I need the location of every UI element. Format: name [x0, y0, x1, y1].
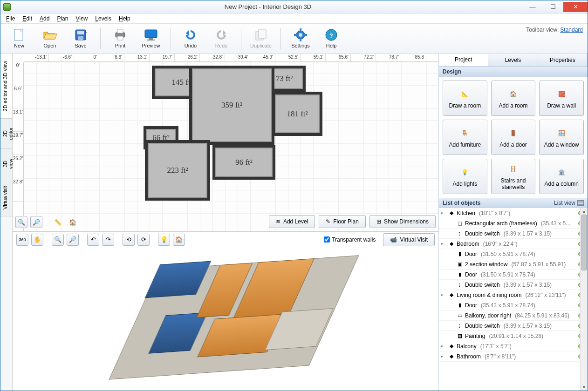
object-dimensions: (84.25 x 5.91 x 83.46) — [515, 312, 569, 319]
add-lights-button[interactable]: 💡Add lights — [443, 159, 487, 194]
help-button[interactable]: ?Help — [317, 25, 345, 52]
object-dimensions: (17'3" x 5'7") — [480, 343, 512, 350]
menu-plan[interactable]: Plan — [54, 14, 71, 23]
object-item[interactable]: ⫶Double switch(3.39 x 1.57 x 3.15) — [439, 321, 588, 331]
scrollbar[interactable]: ▲▼ — [580, 208, 588, 391]
draw-room-button[interactable]: 📐Draw a room — [443, 81, 487, 116]
floorplan-canvas[interactable]: 145 ft² 73 ft² 359 ft² 181 ft² 66 ft² 22… — [24, 62, 438, 231]
object-dimensions: (26'12" x 23'11") — [525, 292, 566, 298]
ruler-tick: 0' — [13, 62, 23, 85]
object-name: Door — [465, 302, 477, 309]
ruler-tick: -6.6' — [49, 54, 74, 61]
zoom-out-button[interactable]: 🔍 — [15, 216, 27, 228]
room-96[interactable]: 96 ft² — [212, 145, 275, 180]
save-button[interactable]: ▾Save — [67, 25, 95, 52]
menu-view[interactable]: View — [73, 14, 90, 23]
ruler-tick: 59.1' — [301, 54, 326, 61]
maximize-button[interactable]: ☐ — [543, 2, 563, 12]
object-dimensions: (3.39 x 1.57 x 3.15) — [504, 230, 552, 237]
menu-file[interactable]: File — [3, 14, 18, 23]
object-item[interactable]: ⎕Rectangular arch (frameless)(35.43 x 5.… — [439, 218, 588, 229]
door-icon: ▮ — [457, 251, 463, 257]
zoom-in-button[interactable]: 🔎 — [30, 216, 42, 228]
object-item[interactable]: ⫶Double switch(3.39 x 1.57 x 3.15) — [439, 280, 588, 290]
room-359[interactable]: 359 ft² — [189, 66, 274, 145]
home-icon[interactable]: 🏠 — [67, 216, 79, 228]
monitor-icon — [144, 28, 158, 41]
object-group[interactable]: ▾◆Kitchen(18'1" x 8'7") — [439, 208, 588, 218]
minimize-button[interactable]: — — [522, 2, 543, 12]
close-button[interactable]: ✕ — [563, 2, 588, 12]
ruler-icon[interactable]: 📏 — [52, 216, 64, 228]
object-item[interactable]: ▮Door(31.50 x 5.91 x 78.74) — [439, 270, 588, 280]
object-item[interactable]: 🖼Painting(20.91 x 1.14 x 15.28) — [439, 331, 588, 341]
rotate-left-button[interactable]: ↶ — [87, 234, 99, 246]
object-group[interactable]: ▾◆Bedroom(16'9" x 22'4") — [439, 239, 588, 249]
object-group[interactable]: ▾◆Balcony(17'3" x 5'7") — [439, 341, 588, 351]
svg-rect-7 — [145, 30, 157, 38]
tab-project[interactable]: Project — [439, 54, 488, 66]
new-button[interactable]: New — [5, 25, 33, 52]
zoom-in-3d-button[interactable]: 🔎 — [67, 234, 79, 246]
tab-levels[interactable]: Levels — [488, 54, 538, 66]
settings-button[interactable]: Settings — [287, 25, 315, 52]
stairs-icon: 🪜 — [506, 162, 520, 175]
menu-help[interactable]: Help — [116, 14, 133, 23]
add-furniture-button[interactable]: 🪑Add furniture — [443, 120, 487, 155]
zoom-out-3d-button[interactable]: 🔍 — [52, 234, 64, 246]
object-item[interactable]: ▮Door(35.43 x 5.91 x 78.74) — [439, 300, 588, 310]
door-icon: 🚪 — [506, 127, 520, 140]
ruler-tick: 26.2' — [13, 155, 23, 178]
duplicate-button[interactable]: Duplicate — [247, 25, 275, 52]
editor-3d[interactable]: 360 ✋ 🔍 🔎 ↶ ↷ ⟲ ⟳ 💡 🏠 Transparent walls … — [13, 231, 438, 391]
tab-2d-3d[interactable]: 2D editor and 3D view — [0, 54, 12, 119]
rotate360-button[interactable]: 360 — [16, 234, 28, 246]
rotate-right-button[interactable]: ↷ — [102, 234, 114, 246]
svg-rect-11 — [259, 30, 266, 38]
add-door-button[interactable]: 🚪Add a door — [491, 120, 536, 155]
menu-add[interactable]: Add — [37, 14, 52, 23]
svg-rect-14 — [300, 28, 301, 31]
ruler-tick: 85.3 — [401, 54, 426, 61]
object-item[interactable]: ▮Door(31.50 x 5.91 x 78.74) — [439, 249, 588, 259]
list-view-icon — [577, 200, 584, 206]
add-level-button[interactable]: ≋Add Level — [269, 215, 315, 228]
pan-button[interactable]: ✋ — [31, 234, 43, 246]
toolbar-view-mode[interactable]: Standard — [560, 27, 583, 33]
object-item[interactable]: ▣2 section window(57.87 x 5.91 x 55.91) — [439, 259, 588, 270]
object-name: Bathroom — [457, 353, 481, 360]
editor-2d[interactable]: -13.1'-6.6'0'6.6'13.1'19.7'26.2'32.8'39.… — [13, 54, 438, 231]
print-icon — [113, 28, 127, 41]
draw-wall-button[interactable]: 🧱Draw a wall — [539, 81, 584, 116]
virtual-visit-button[interactable]: 📹Virtual Visit — [383, 233, 435, 246]
floor-plan-button[interactable]: ✎Floor Plan — [319, 215, 366, 228]
redo-button[interactable]: Redo — [207, 25, 235, 52]
object-list[interactable]: ▾◆Kitchen(18'1" x 8'7")⎕Rectangular arch… — [439, 208, 588, 391]
tab-3d-view[interactable]: 3D view — [0, 149, 12, 179]
print-button[interactable]: Print — [106, 25, 134, 52]
menu-levels[interactable]: Levels — [92, 14, 114, 23]
tab-2d-editor[interactable]: 2D editor — [0, 119, 12, 149]
tilt-up-button[interactable]: ⟲ — [123, 234, 135, 246]
stairs-button[interactable]: 🪜Stairs and stairwells — [491, 159, 536, 194]
show-dimensions-button[interactable]: ⊞Show Dimensions — [369, 215, 436, 228]
tab-virtual-visit[interactable]: Virtua visit — [0, 179, 12, 216]
preview-button[interactable]: Preview — [137, 25, 165, 52]
room-223[interactable]: 223 ft² — [145, 140, 210, 201]
add-column-button[interactable]: 🏛️Add a column — [539, 159, 584, 194]
object-item[interactable]: ⫶Double switch(3.39 x 1.57 x 3.15) — [439, 229, 588, 239]
ruler-tick: 13.1' — [13, 108, 23, 132]
menu-edit[interactable]: Edit — [20, 14, 35, 23]
svg-rect-15 — [300, 39, 301, 41]
add-window-button[interactable]: 🪟Add a window — [539, 120, 584, 155]
object-group[interactable]: ▾◆Living room & dining room(26'12" x 23'… — [439, 290, 588, 300]
object-item[interactable]: ▭Balkony, door right(84.25 x 5.91 x 83.4… — [439, 310, 588, 321]
undo-button[interactable]: Undo — [177, 25, 205, 52]
tab-properties[interactable]: Properties — [538, 54, 588, 66]
room-181[interactable]: 181 ft² — [272, 92, 322, 136]
open-button[interactable]: Open — [36, 25, 64, 52]
add-room-button[interactable]: 🏠Add a room — [491, 81, 536, 116]
list-view-toggle[interactable]: List view — [554, 200, 584, 206]
object-name: Balcony — [457, 343, 477, 350]
object-group[interactable]: ▾◆Bathroom(8'7" x 8'11") — [439, 351, 588, 362]
